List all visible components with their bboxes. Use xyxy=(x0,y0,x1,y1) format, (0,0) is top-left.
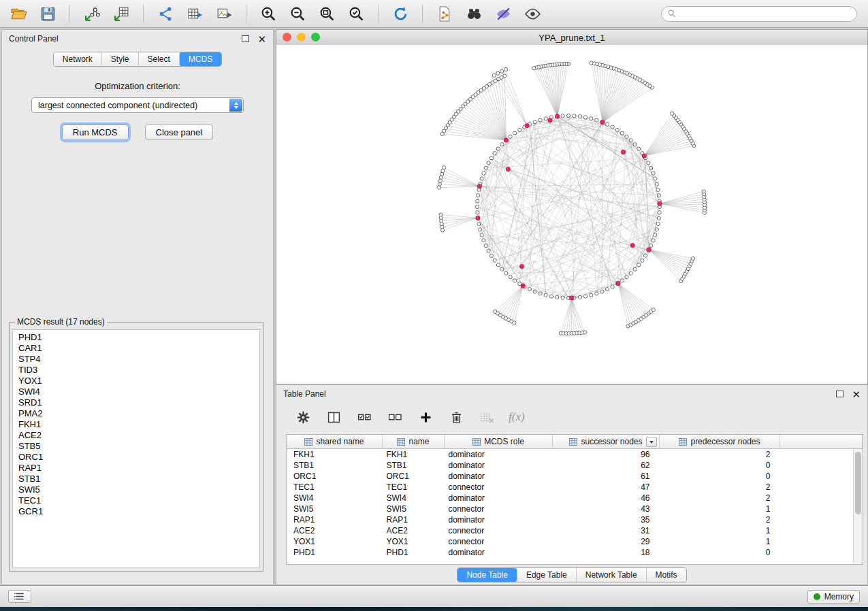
mcds-result-item[interactable]: TID3 xyxy=(13,365,259,376)
export-image-button[interactable] xyxy=(212,3,236,24)
zoom-selected-button[interactable] xyxy=(344,3,368,24)
hide-selected-button[interactable] xyxy=(492,3,515,24)
cell-name: SWI4 xyxy=(383,493,445,503)
cell-successor-nodes: 46 xyxy=(553,493,660,503)
table-settings-button[interactable] xyxy=(294,408,312,426)
mcds-result-item[interactable]: TEC1 xyxy=(13,495,259,506)
table-row[interactable]: FKH1 FKH1 dominator 96 2 xyxy=(287,449,863,461)
select-all-button[interactable] xyxy=(355,408,373,426)
search-box[interactable] xyxy=(661,6,857,22)
mcds-result-item[interactable]: PMA2 xyxy=(13,408,259,419)
run-mcds-button[interactable]: Run MCDS xyxy=(62,125,129,140)
table-row[interactable]: TEC1 TEC1 connector 47 2 xyxy=(287,482,863,493)
mcds-result-item[interactable]: STB1 xyxy=(13,474,259,484)
search-input[interactable] xyxy=(680,8,851,19)
mcds-result-item[interactable]: RAP1 xyxy=(13,463,259,474)
zoom-fit-button[interactable] xyxy=(315,3,338,24)
table-row[interactable]: YOX1 YOX1 connector 29 1 xyxy=(287,536,863,547)
table-row[interactable]: SWI5 SWI5 connector 43 1 xyxy=(287,503,863,514)
mcds-result-item[interactable]: SWI5 xyxy=(13,484,259,495)
table-scrollbar[interactable] xyxy=(853,449,863,564)
table-row[interactable]: ORC1 ORC1 dominator 61 0 xyxy=(287,471,863,482)
control-panel-tab[interactable]: Style xyxy=(101,52,138,66)
table-panel-tab[interactable]: Network Table xyxy=(576,568,646,582)
zoom-out-button[interactable] xyxy=(286,3,309,24)
column-header-filler xyxy=(780,435,863,449)
column-header-predecessor-nodes[interactable]: predecessor nodes xyxy=(660,435,780,449)
column-header-name[interactable]: name xyxy=(383,435,445,449)
mcds-result-item[interactable]: ACE2 xyxy=(13,430,259,441)
cell-successor-nodes: 29 xyxy=(553,536,660,547)
import-table-button[interactable] xyxy=(110,3,133,24)
control-panel-tab[interactable]: MCDS xyxy=(179,52,221,66)
column-header-shared-name[interactable]: shared name xyxy=(287,435,383,449)
select-stepper-icon xyxy=(229,99,242,112)
zoom-in-button[interactable] xyxy=(257,3,280,24)
deselect-all-button[interactable] xyxy=(386,408,404,426)
delete-column-button[interactable] xyxy=(447,408,465,426)
table-row[interactable]: PHD1 PHD1 dominator 18 0 xyxy=(287,547,863,558)
close-panel-icon[interactable]: ✕ xyxy=(852,389,861,399)
mcds-result-item[interactable]: PHD1 xyxy=(13,332,259,343)
column-header-successor-nodes[interactable]: successor nodes xyxy=(553,435,660,449)
import-network-button[interactable] xyxy=(80,3,103,24)
mcds-result-item[interactable]: SWI4 xyxy=(13,386,259,397)
function-builder-button[interactable]: f(x) xyxy=(509,410,525,424)
apply-layout-button[interactable] xyxy=(389,3,412,24)
close-window-button[interactable] xyxy=(283,33,291,42)
mcds-result-item[interactable]: CAR1 xyxy=(13,343,259,354)
cell-filler xyxy=(780,493,863,503)
mcds-result-item[interactable]: STP4 xyxy=(13,354,259,365)
table-row[interactable]: SWI4 SWI4 dominator 46 2 xyxy=(287,493,863,503)
table-row[interactable]: ACE2 ACE2 connector 31 1 xyxy=(287,525,863,536)
delete-table-button[interactable] xyxy=(478,408,496,426)
find-button[interactable] xyxy=(462,3,485,24)
new-network-button[interactable] xyxy=(154,3,177,24)
mcds-result-item[interactable]: SRD1 xyxy=(13,397,259,408)
export-document-button[interactable] xyxy=(433,3,456,24)
save-button[interactable] xyxy=(36,3,59,24)
close-panel-button[interactable]: Close panel xyxy=(145,125,214,140)
status-menu-button[interactable] xyxy=(8,590,31,603)
memory-label: Memory xyxy=(824,592,854,601)
table-row[interactable]: RAP1 RAP1 dominator 35 2 xyxy=(287,514,863,525)
table-row[interactable]: STB1 STB1 dominator 62 0 xyxy=(287,460,863,471)
cell-shared-name: YOX1 xyxy=(287,536,383,547)
show-columns-button[interactable] xyxy=(325,408,342,426)
show-all-button[interactable] xyxy=(521,3,544,24)
network-window-titlebar[interactable]: YPA_prune.txt_1 xyxy=(276,30,867,46)
optimization-criterion-select[interactable]: largest connected component (undirected) xyxy=(31,97,244,113)
control-panel-tab[interactable]: Network xyxy=(54,52,101,66)
table-panel-tab[interactable]: Motifs xyxy=(646,568,686,582)
minimize-window-button[interactable] xyxy=(297,33,306,42)
close-panel-icon[interactable]: ✕ xyxy=(257,34,266,44)
new-table-button[interactable] xyxy=(183,3,206,24)
control-panel-tab[interactable]: Select xyxy=(138,52,179,66)
cell-name: ACE2 xyxy=(383,525,445,536)
table-panel-tab[interactable]: Node Table xyxy=(457,568,517,582)
cell-shared-name: STB1 xyxy=(287,460,383,471)
mcds-result-item[interactable]: YOX1 xyxy=(13,376,259,386)
cell-shared-name: SWI4 xyxy=(287,493,383,503)
table-panel-tab[interactable]: Edge Table xyxy=(517,568,576,582)
memory-button[interactable]: Memory xyxy=(807,590,860,604)
mcds-result-item[interactable]: GCR1 xyxy=(13,506,259,517)
float-window-icon[interactable] xyxy=(836,391,843,397)
mcds-result-list[interactable]: PHD1CAR1STP4TID3YOX1SWI4SRD1PMA2FKH1ACE2… xyxy=(12,329,260,568)
network-canvas[interactable] xyxy=(276,45,867,384)
mcds-result-item[interactable]: STB5 xyxy=(13,441,259,452)
maximize-window-button[interactable] xyxy=(311,33,320,42)
eye-icon xyxy=(524,5,541,22)
scrollbar-thumb[interactable] xyxy=(855,452,861,514)
mcds-result-item[interactable]: ORC1 xyxy=(13,452,259,463)
network-graph[interactable] xyxy=(276,45,867,384)
cell-name: RAP1 xyxy=(383,514,445,525)
float-window-icon[interactable] xyxy=(242,35,249,42)
cell-filler xyxy=(780,525,863,536)
mcds-result-item[interactable]: FKH1 xyxy=(13,419,259,430)
open-file-button[interactable] xyxy=(7,3,30,24)
cell-mcds-role: dominator xyxy=(445,514,553,525)
sort-dropdown-icon[interactable] xyxy=(646,437,657,447)
add-column-button[interactable] xyxy=(417,408,434,426)
column-header-mcds-role[interactable]: MCDS role xyxy=(445,435,553,449)
